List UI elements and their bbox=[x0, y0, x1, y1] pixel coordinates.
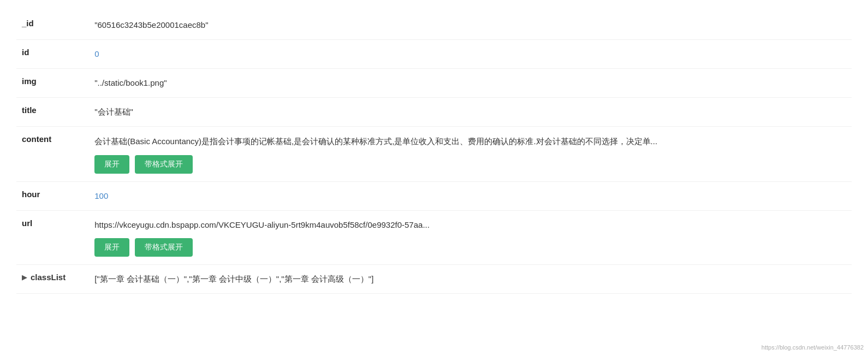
table-row: ▶ classList ["第一章 会计基础（一）","第一章 会计中级（一）"… bbox=[16, 264, 852, 293]
field-value-cell: 100 bbox=[89, 181, 852, 210]
table-row: content 会计基础(Basic Accountancy)是指会计事项的记帐… bbox=[16, 127, 852, 182]
field-value: "../static/book1.png" bbox=[94, 78, 167, 87]
field-value-cell: ["第一章 会计基础（一）","第一章 会计中级（一）","第一章 会计高级（一… bbox=[89, 264, 852, 293]
field-value-cell: "60516c3243b5e20001caec8b" bbox=[89, 11, 852, 40]
field-name: content bbox=[22, 134, 51, 144]
field-name-cell: url bbox=[16, 210, 89, 264]
field-value-cell: 0 bbox=[89, 40, 852, 69]
table-row: id0 bbox=[16, 40, 852, 69]
table-row: _id"60516c3243b5e20001caec8b" bbox=[16, 11, 852, 40]
field-value-cell: https://vkceyugu.cdn.bspapp.com/VKCEYUGU… bbox=[89, 210, 852, 264]
field-name-cell: img bbox=[16, 69, 89, 98]
button-group: 展开 带格式展开 bbox=[94, 238, 846, 257]
field-name: id bbox=[22, 48, 29, 57]
field-name-cell: hour bbox=[16, 181, 89, 210]
field-name-cell: ▶ classList bbox=[16, 264, 89, 293]
content-text: 会计基础(Basic Accountancy)是指会计事项的记帐基础,是会计确认… bbox=[94, 134, 846, 149]
record-table: _id"60516c3243b5e20001caec8b"id0img"../s… bbox=[16, 11, 852, 294]
table-row: url https://vkceyugu.cdn.bspapp.com/VKCE… bbox=[16, 210, 852, 264]
field-value-cell: "../static/book1.png" bbox=[89, 69, 852, 98]
field-name-cell: _id bbox=[16, 11, 89, 40]
field-name: classList bbox=[31, 273, 66, 282]
field-value-cell: 会计基础(Basic Accountancy)是指会计事项的记帐基础,是会计确认… bbox=[89, 127, 852, 182]
field-name-cell: title bbox=[16, 98, 89, 127]
field-value: ["第一章 会计基础（一）","第一章 会计中级（一）","第一章 会计高级（一… bbox=[94, 274, 373, 283]
field-value: "会计基础" bbox=[94, 107, 133, 116]
field-name: url bbox=[22, 218, 32, 228]
table-row: hour100 bbox=[16, 181, 852, 210]
arrow-icon: ▶ bbox=[22, 273, 27, 281]
table-row: img"../static/book1.png" bbox=[16, 69, 852, 98]
field-value: "60516c3243b5e20001caec8b" bbox=[94, 20, 208, 29]
expand-button[interactable]: 展开 bbox=[94, 238, 129, 257]
table-row: title"会计基础" bbox=[16, 98, 852, 127]
field-name: title bbox=[22, 105, 37, 115]
field-name: hour bbox=[22, 190, 40, 199]
expand-format-button[interactable]: 带格式展开 bbox=[135, 155, 193, 174]
expand-button[interactable]: 展开 bbox=[94, 155, 129, 174]
field-name-cell: id bbox=[16, 40, 89, 69]
button-group: 展开 带格式展开 bbox=[94, 155, 846, 174]
expand-format-button[interactable]: 带格式展开 bbox=[135, 238, 193, 257]
field-name: _id bbox=[22, 19, 34, 28]
field-value-cell: "会计基础" bbox=[89, 98, 852, 127]
url-value: https://vkceyugu.cdn.bspapp.com/VKCEYUGU… bbox=[94, 218, 846, 232]
field-name: img bbox=[22, 76, 37, 86]
field-value: 0 bbox=[94, 49, 99, 58]
field-name-cell: content bbox=[16, 127, 89, 182]
field-value: 100 bbox=[94, 191, 108, 200]
